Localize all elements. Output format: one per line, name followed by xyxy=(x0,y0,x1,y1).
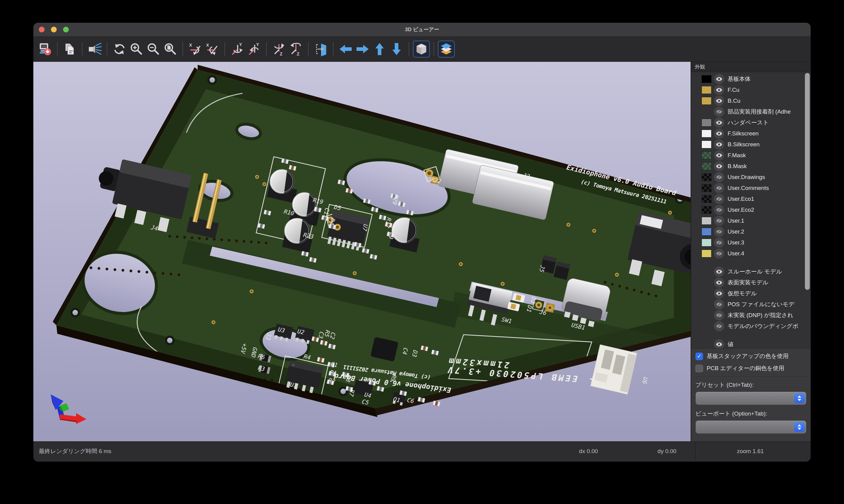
visibility-on-toggle[interactable] xyxy=(714,150,724,161)
copy-image-button[interactable] xyxy=(61,41,78,57)
export-board-image-button[interactable] xyxy=(36,41,53,57)
scrollbar-thumb[interactable] xyxy=(805,73,810,290)
layer-color-swatch[interactable] xyxy=(702,97,711,105)
pan-up-button[interactable] xyxy=(371,41,388,57)
checkbox-row-0[interactable]: ✓基板スタックアップの色を使用 xyxy=(695,352,806,360)
layer-row-7[interactable]: F.Mask xyxy=(691,150,811,161)
visibility-off-toggle[interactable] xyxy=(714,183,724,193)
rotate-x-counterclockwise-button[interactable]: X xyxy=(204,41,221,57)
visibility-on-toggle[interactable] xyxy=(714,161,724,172)
stepper-icon[interactable] xyxy=(794,422,805,432)
checkbox-row-1[interactable]: PCB エディターの銅色を使用 xyxy=(695,364,806,372)
orthographic-projection-button[interactable] xyxy=(413,41,430,57)
render-current-view-button[interactable] xyxy=(86,41,103,57)
visibility-off-toggle[interactable] xyxy=(714,248,724,259)
flip-board-button[interactable] xyxy=(312,41,329,57)
layer-list: 基板本体F.CuB.Cu部品実装用接着剤 (AdheハンダペーストF.Silks… xyxy=(691,72,811,348)
visibility-off-toggle[interactable] xyxy=(714,172,724,182)
layer-color-swatch[interactable] xyxy=(702,119,711,127)
layer-color-swatch[interactable] xyxy=(702,162,711,170)
appearance-layers-button[interactable] xyxy=(438,41,455,57)
layer-row-8[interactable]: B.Mask xyxy=(691,161,811,172)
visibility-on-toggle[interactable] xyxy=(714,96,724,106)
layer-color-swatch[interactable] xyxy=(702,75,711,83)
layer-row-15[interactable]: User.3 xyxy=(691,237,811,248)
layer-row-6[interactable]: B.Silkscreen xyxy=(691,139,811,150)
visibility-on-toggle[interactable] xyxy=(714,339,724,348)
checkbox-checked[interactable]: ✓ xyxy=(695,353,703,360)
rotate-y-clockwise-button[interactable]: Y xyxy=(228,41,245,57)
layer-color-swatch[interactable] xyxy=(702,141,711,148)
layer-row-11[interactable]: User.Eco1 xyxy=(691,194,811,204)
visibility-off-toggle[interactable] xyxy=(714,321,724,331)
visibility-off-toggle[interactable] xyxy=(714,227,724,237)
checkbox-unchecked[interactable] xyxy=(695,365,703,372)
visibility-off-toggle[interactable] xyxy=(714,107,724,117)
rotate-z-clockwise-button[interactable]: Z xyxy=(271,41,288,57)
layer-row-18[interactable]: 表面実装モデル xyxy=(691,277,811,288)
layer-row-4[interactable]: ハンダペースト xyxy=(691,117,811,128)
rotate-z-counterclockwise-button[interactable]: Z xyxy=(288,41,304,57)
layer-color-swatch[interactable] xyxy=(702,228,711,236)
layer-color-swatch[interactable] xyxy=(702,195,711,203)
layer-row-12[interactable]: User.Eco2 xyxy=(691,204,811,215)
rotate-y-counterclockwise-button[interactable]: Y xyxy=(245,41,262,57)
svg-text:Y: Y xyxy=(256,42,259,47)
visibility-on-toggle[interactable] xyxy=(714,139,724,150)
layer-row-2[interactable]: B.Cu xyxy=(691,95,811,106)
layer-row-0[interactable]: 基板本体 xyxy=(691,74,811,85)
visibility-on-toggle[interactable] xyxy=(714,74,724,84)
layer-list-scrollbar[interactable] xyxy=(805,73,810,347)
pan-right-button[interactable] xyxy=(354,41,371,57)
zoom-to-fit-button[interactable] xyxy=(162,41,179,57)
layer-color-swatch[interactable] xyxy=(702,239,711,247)
layer-color-swatch[interactable] xyxy=(702,173,711,181)
rotate-x-clockwise-button[interactable]: X xyxy=(187,41,204,57)
layer-row-22[interactable]: モデルのバウンディングボ xyxy=(691,321,811,332)
visibility-on-toggle[interactable] xyxy=(714,128,724,139)
layer-color-swatch[interactable] xyxy=(702,184,711,192)
refresh-view-button[interactable] xyxy=(111,41,128,57)
layer-row-20[interactable]: POS ファイルにないモデ xyxy=(691,299,811,310)
visibility-off-toggle[interactable] xyxy=(714,205,724,215)
visibility-on-toggle[interactable] xyxy=(714,288,724,299)
visibility-on-toggle[interactable] xyxy=(714,267,724,277)
layer-color-swatch[interactable] xyxy=(702,250,711,257)
layer-row-21[interactable]: 未実装 (DNP) が指定され xyxy=(691,310,811,321)
visibility-on-toggle[interactable] xyxy=(714,277,724,288)
visibility-on-toggle[interactable] xyxy=(714,85,724,95)
layer-row-13[interactable]: User.1 xyxy=(691,215,811,226)
layer-color-swatch[interactable] xyxy=(702,217,711,225)
layer-row-5[interactable]: F.Silkscreen xyxy=(691,128,811,139)
visibility-off-toggle[interactable] xyxy=(714,299,724,309)
zoom-out-button[interactable] xyxy=(145,41,162,57)
preset-dropdown[interactable] xyxy=(695,392,806,405)
visibility-off-toggle[interactable] xyxy=(714,216,724,226)
layer-color-swatch[interactable] xyxy=(702,206,711,214)
layer-row-9[interactable]: User.Drawings xyxy=(691,172,811,183)
titlebar[interactable]: 3D ビューアー xyxy=(33,23,811,37)
visibility-off-toggle[interactable] xyxy=(714,194,724,204)
3d-viewport[interactable]: Exidiophone v6.0 Audio Board(c) Tomoya M… xyxy=(33,62,691,441)
eye-visible-icon xyxy=(716,97,723,105)
stepper-icon[interactable] xyxy=(794,393,805,403)
layer-row-14[interactable]: User.2 xyxy=(691,226,811,237)
layer-color-swatch[interactable] xyxy=(702,86,711,94)
layer-color-swatch[interactable] xyxy=(702,151,711,159)
layer-color-swatch[interactable] xyxy=(702,130,711,138)
visibility-off-toggle[interactable] xyxy=(714,310,724,321)
visibility-off-toggle[interactable] xyxy=(714,237,724,248)
layer-row-16[interactable]: User.4 xyxy=(691,248,811,259)
layer-row-17[interactable]: スルーホール モデル xyxy=(691,266,811,277)
layer-row-10[interactable]: User.Comments xyxy=(691,183,811,194)
viewport-dropdown[interactable] xyxy=(695,420,806,434)
layer-row-23[interactable]: 値 xyxy=(691,339,811,348)
layer-row-3[interactable]: 部品実装用接着剤 (Adhe xyxy=(691,106,811,117)
pan-left-button[interactable] xyxy=(337,41,354,57)
eye-visible-icon xyxy=(716,86,723,94)
visibility-on-toggle[interactable] xyxy=(714,118,724,128)
zoom-in-button[interactable] xyxy=(128,41,145,57)
pan-down-button[interactable] xyxy=(388,41,405,57)
layer-row-19[interactable]: 仮想モデル xyxy=(691,288,811,299)
layer-row-1[interactable]: F.Cu xyxy=(691,85,811,95)
